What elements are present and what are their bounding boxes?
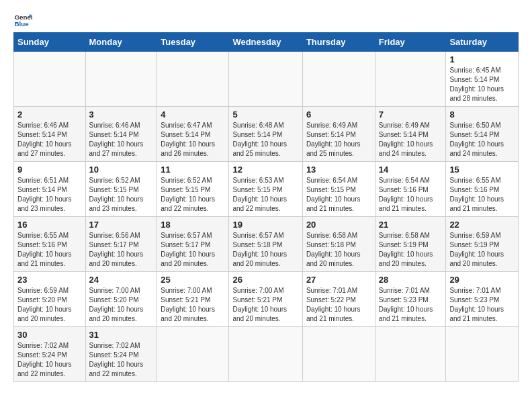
- day-info: Sunrise: 7:01 AMSunset: 5:23 PMDaylight:…: [449, 287, 504, 322]
- day-cell-8: 8 Sunrise: 6:50 AMSunset: 5:14 PMDayligh…: [446, 107, 519, 162]
- logo: General Blue: [13, 10, 35, 29]
- calendar-week-5: 30 Sunrise: 7:02 AMSunset: 5:24 PMDaylig…: [14, 327, 519, 382]
- day-info: Sunrise: 6:55 AMSunset: 5:16 PMDaylight:…: [449, 177, 504, 212]
- calendar-week-3: 16 Sunrise: 6:55 AMSunset: 5:16 PMDaylig…: [14, 217, 519, 272]
- day-info: Sunrise: 7:02 AMSunset: 5:24 PMDaylight:…: [17, 342, 72, 377]
- empty-cell: [375, 327, 446, 382]
- day-cell-9: 9 Sunrise: 6:51 AMSunset: 5:14 PMDayligh…: [14, 162, 86, 217]
- day-cell-28: 28 Sunrise: 7:01 AMSunset: 5:23 PMDaylig…: [375, 272, 446, 327]
- day-info: Sunrise: 6:46 AMSunset: 5:14 PMDaylight:…: [89, 122, 144, 157]
- day-number: 30: [17, 330, 82, 340]
- page: General Blue SundayMondayTuesdayWednesda…: [0, 0, 532, 392]
- day-info: Sunrise: 7:00 AMSunset: 5:20 PMDaylight:…: [89, 287, 144, 322]
- day-cell-27: 27 Sunrise: 7:01 AMSunset: 5:22 PMDaylig…: [302, 272, 375, 327]
- day-number: 7: [379, 109, 443, 120]
- day-cell-6: 6 Sunrise: 6:49 AMSunset: 5:14 PMDayligh…: [302, 107, 375, 162]
- day-info: Sunrise: 6:49 AMSunset: 5:14 PMDaylight:…: [379, 122, 433, 157]
- day-number: 5: [232, 109, 298, 120]
- weekday-header-tuesday: Tuesday: [157, 33, 229, 52]
- day-cell-31: 31 Sunrise: 7:02 AMSunset: 5:24 PMDaylig…: [85, 327, 157, 382]
- weekday-header-sunday: Sunday: [14, 33, 86, 52]
- day-cell-21: 21 Sunrise: 6:58 AMSunset: 5:19 PMDaylig…: [375, 217, 446, 272]
- day-info: Sunrise: 6:50 AMSunset: 5:14 PMDaylight:…: [449, 122, 504, 157]
- day-info: Sunrise: 7:01 AMSunset: 5:22 PMDaylight:…: [306, 287, 361, 322]
- day-info: Sunrise: 6:46 AMSunset: 5:14 PMDaylight:…: [17, 122, 72, 157]
- empty-cell: [229, 327, 302, 382]
- day-cell-24: 24 Sunrise: 7:00 AMSunset: 5:20 PMDaylig…: [85, 272, 157, 327]
- calendar-table: SundayMondayTuesdayWednesdayThursdayFrid…: [13, 32, 519, 382]
- day-number: 31: [89, 330, 154, 340]
- day-cell-15: 15 Sunrise: 6:55 AMSunset: 5:16 PMDaylig…: [446, 162, 519, 217]
- day-number: 29: [449, 275, 515, 285]
- day-info: Sunrise: 6:59 AMSunset: 5:20 PMDaylight:…: [17, 287, 72, 322]
- day-number: 13: [306, 165, 371, 175]
- day-cell-11: 11 Sunrise: 6:52 AMSunset: 5:15 PMDaylig…: [157, 162, 229, 217]
- day-cell-23: 23 Sunrise: 6:59 AMSunset: 5:20 PMDaylig…: [14, 272, 86, 327]
- calendar-header-row: SundayMondayTuesdayWednesdayThursdayFrid…: [14, 33, 519, 52]
- day-number: 9: [17, 165, 82, 175]
- day-info: Sunrise: 7:01 AMSunset: 5:23 PMDaylight:…: [379, 287, 433, 322]
- day-info: Sunrise: 6:56 AMSunset: 5:17 PMDaylight:…: [89, 232, 144, 267]
- day-number: 23: [17, 275, 82, 285]
- day-number: 6: [306, 109, 371, 120]
- weekday-header-wednesday: Wednesday: [229, 33, 302, 52]
- header: General Blue: [13, 10, 519, 29]
- empty-cell: [85, 52, 157, 107]
- day-info: Sunrise: 6:55 AMSunset: 5:16 PMDaylight:…: [17, 232, 72, 267]
- empty-cell: [14, 52, 86, 107]
- day-number: 20: [306, 220, 371, 230]
- day-number: 12: [232, 165, 298, 175]
- day-number: 11: [161, 165, 225, 175]
- empty-cell: [302, 327, 375, 382]
- day-cell-25: 25 Sunrise: 7:00 AMSunset: 5:21 PMDaylig…: [157, 272, 229, 327]
- day-cell-4: 4 Sunrise: 6:47 AMSunset: 5:14 PMDayligh…: [157, 107, 229, 162]
- day-number: 8: [449, 109, 515, 120]
- day-number: 10: [89, 165, 154, 175]
- day-number: 26: [232, 275, 298, 285]
- day-info: Sunrise: 6:57 AMSunset: 5:18 PMDaylight:…: [232, 232, 287, 267]
- day-cell-22: 22 Sunrise: 6:59 AMSunset: 5:19 PMDaylig…: [446, 217, 519, 272]
- day-cell-29: 29 Sunrise: 7:01 AMSunset: 5:23 PMDaylig…: [446, 272, 519, 327]
- day-number: 18: [161, 220, 225, 230]
- day-number: 14: [379, 165, 443, 175]
- day-info: Sunrise: 6:52 AMSunset: 5:15 PMDaylight:…: [89, 177, 144, 212]
- day-number: 24: [89, 275, 154, 285]
- day-number: 2: [17, 109, 82, 120]
- day-number: 15: [449, 165, 515, 175]
- day-info: Sunrise: 6:57 AMSunset: 5:17 PMDaylight:…: [161, 232, 215, 267]
- day-cell-17: 17 Sunrise: 6:56 AMSunset: 5:17 PMDaylig…: [85, 217, 157, 272]
- empty-cell: [446, 327, 519, 382]
- day-info: Sunrise: 7:00 AMSunset: 5:21 PMDaylight:…: [161, 287, 215, 322]
- empty-cell: [229, 52, 302, 107]
- day-cell-10: 10 Sunrise: 6:52 AMSunset: 5:15 PMDaylig…: [85, 162, 157, 217]
- day-cell-26: 26 Sunrise: 7:00 AMSunset: 5:21 PMDaylig…: [229, 272, 302, 327]
- day-number: 17: [89, 220, 154, 230]
- day-info: Sunrise: 6:58 AMSunset: 5:18 PMDaylight:…: [306, 232, 361, 267]
- day-number: 21: [379, 220, 443, 230]
- day-info: Sunrise: 6:53 AMSunset: 5:15 PMDaylight:…: [232, 177, 287, 212]
- day-cell-30: 30 Sunrise: 7:02 AMSunset: 5:24 PMDaylig…: [14, 327, 86, 382]
- day-number: 25: [161, 275, 225, 285]
- day-info: Sunrise: 6:48 AMSunset: 5:14 PMDaylight:…: [232, 122, 287, 157]
- day-cell-5: 5 Sunrise: 6:48 AMSunset: 5:14 PMDayligh…: [229, 107, 302, 162]
- day-number: 27: [306, 275, 371, 285]
- day-info: Sunrise: 6:54 AMSunset: 5:15 PMDaylight:…: [306, 177, 361, 212]
- day-number: 1: [449, 54, 515, 64]
- day-cell-20: 20 Sunrise: 6:58 AMSunset: 5:18 PMDaylig…: [302, 217, 375, 272]
- day-cell-13: 13 Sunrise: 6:54 AMSunset: 5:15 PMDaylig…: [302, 162, 375, 217]
- weekday-header-saturday: Saturday: [446, 33, 519, 52]
- day-info: Sunrise: 6:59 AMSunset: 5:19 PMDaylight:…: [449, 232, 504, 267]
- day-cell-2: 2 Sunrise: 6:46 AMSunset: 5:14 PMDayligh…: [14, 107, 86, 162]
- day-info: Sunrise: 6:47 AMSunset: 5:14 PMDaylight:…: [161, 122, 215, 157]
- day-cell-1: 1 Sunrise: 6:45 AMSunset: 5:14 PMDayligh…: [446, 52, 519, 107]
- day-number: 16: [17, 220, 82, 230]
- day-cell-7: 7 Sunrise: 6:49 AMSunset: 5:14 PMDayligh…: [375, 107, 446, 162]
- day-info: Sunrise: 6:51 AMSunset: 5:14 PMDaylight:…: [17, 177, 72, 212]
- empty-cell: [157, 327, 229, 382]
- day-cell-14: 14 Sunrise: 6:54 AMSunset: 5:16 PMDaylig…: [375, 162, 446, 217]
- empty-cell: [157, 52, 229, 107]
- day-info: Sunrise: 6:52 AMSunset: 5:15 PMDaylight:…: [161, 177, 215, 212]
- day-info: Sunrise: 6:58 AMSunset: 5:19 PMDaylight:…: [379, 232, 433, 267]
- day-info: Sunrise: 6:45 AMSunset: 5:14 PMDaylight:…: [449, 66, 504, 102]
- day-cell-3: 3 Sunrise: 6:46 AMSunset: 5:14 PMDayligh…: [85, 107, 157, 162]
